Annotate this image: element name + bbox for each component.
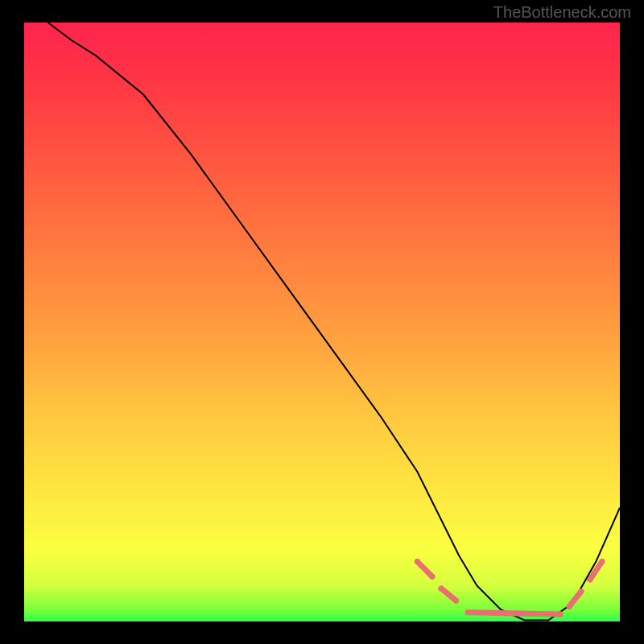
chart-marker-dot — [578, 588, 584, 594]
chart-curve — [48, 23, 620, 621]
chart-line-series — [24, 23, 620, 621]
chart-marker-dot — [567, 604, 572, 609]
chart-marker-dot — [453, 598, 459, 604]
chart-marker-segment — [590, 562, 602, 580]
chart-marker-dot — [439, 586, 444, 592]
chart-marker-dot — [415, 559, 420, 564]
chart-marker-segment — [441, 588, 456, 601]
chart-marker-segment — [468, 613, 560, 614]
chart-marker-dot — [588, 576, 593, 582]
chart-marker-dot — [465, 609, 471, 615]
chart-marker-dot — [558, 612, 564, 617]
chart-marker-segment — [569, 592, 581, 607]
chart-plot-area — [24, 23, 620, 621]
watermark-text: TheBottleneck.com — [493, 3, 631, 22]
chart-marker-dot — [599, 559, 605, 564]
chart-marker-dot — [429, 574, 435, 580]
chart-marker-segment — [417, 562, 432, 577]
